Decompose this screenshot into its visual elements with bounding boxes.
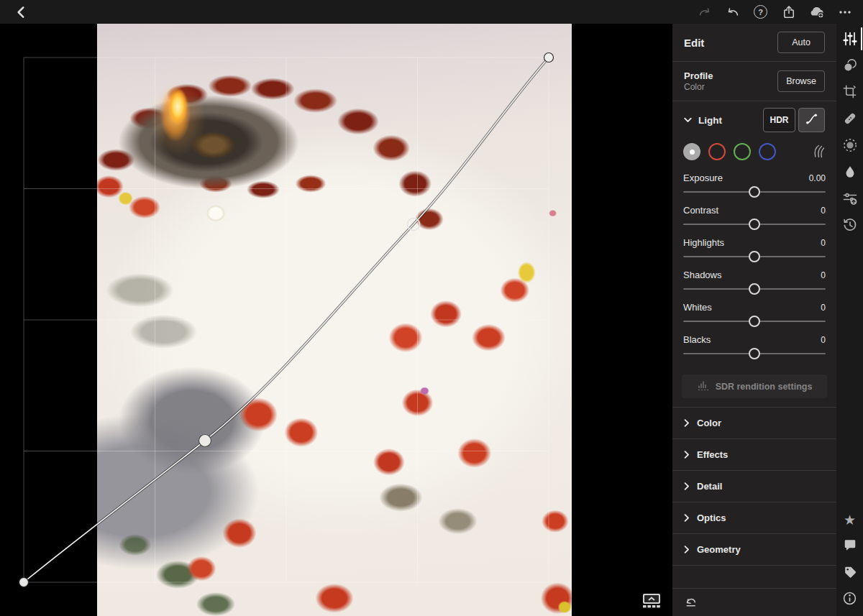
chevron-right-icon: [684, 451, 690, 459]
section-effects[interactable]: Effects: [672, 439, 836, 471]
profile-row: Profile Color Browse: [672, 62, 836, 101]
curve-icon: [805, 112, 818, 129]
lightroom-app: ?: [0, 0, 863, 616]
right-toolbar: ★: [836, 24, 863, 616]
exposure-slider-row: Exposure0.00: [672, 169, 836, 201]
tool-presets-button[interactable]: [836, 53, 863, 80]
masking-icon: [842, 137, 858, 156]
tool-versions-button[interactable]: [836, 186, 863, 213]
reset-button[interactable]: [684, 594, 698, 611]
tool-healing-button[interactable]: [836, 106, 863, 133]
cloud-add-icon: [808, 4, 826, 21]
section-label: Optics: [697, 512, 726, 523]
photo-canvas: [0, 24, 672, 616]
slider-label: Exposure: [683, 173, 723, 183]
blacks-slider-handle[interactable]: [749, 348, 760, 359]
info-icon: [842, 591, 857, 609]
slider-label: Contrast: [683, 205, 718, 216]
edit-panel-header: Edit Auto: [672, 24, 836, 62]
tool-crop-button[interactable]: [836, 80, 863, 106]
curve-channel-selector: [672, 139, 836, 165]
sdr-rendition-settings-button[interactable]: SDR rendition settings: [682, 374, 827, 398]
crop-icon: [842, 84, 857, 102]
curve-point-black[interactable]: [19, 578, 29, 587]
droplet-icon: [843, 165, 857, 182]
healing-brush-icon: [842, 111, 858, 129]
reset-icon: [684, 594, 698, 611]
section-optics[interactable]: Optics: [672, 502, 836, 534]
tone-curve-overlay[interactable]: [0, 24, 672, 616]
help-icon: ?: [754, 5, 767, 19]
redo-button[interactable]: [690, 0, 718, 24]
chevron-right-icon: [684, 546, 690, 553]
channel-blue-button[interactable]: [759, 143, 776, 160]
whites-slider-handle[interactable]: [749, 316, 760, 327]
presets-icon: [842, 58, 858, 76]
slider-value: 0: [821, 238, 826, 248]
help-button[interactable]: ?: [746, 0, 775, 24]
panel-title: Edit: [684, 37, 704, 49]
history-clock-icon: [842, 217, 858, 236]
tone-curve-button[interactable]: [798, 108, 825, 132]
slider-value: 0: [821, 303, 826, 313]
section-detail[interactable]: Detail: [672, 471, 836, 502]
section-geometry[interactable]: Geometry: [672, 534, 836, 566]
slider-value: 0: [821, 335, 826, 345]
exposure-slider-handle[interactable]: [749, 186, 760, 198]
profile-label: Profile: [684, 70, 713, 82]
tool-history-button[interactable]: [836, 213, 863, 239]
slider-value: 0: [821, 270, 826, 280]
rating-button[interactable]: ★: [836, 507, 863, 533]
contrast-slider-handle[interactable]: [749, 219, 760, 230]
keywords-button[interactable]: [836, 560, 863, 587]
toolbar-scroll-indicator[interactable]: [861, 27, 863, 50]
light-section-header[interactable]: Light HDR: [672, 101, 836, 139]
filmstrip-toggle-button[interactable]: [642, 592, 661, 610]
auto-button[interactable]: Auto: [777, 32, 825, 53]
more-options-button[interactable]: [831, 0, 859, 24]
chevron-down-icon: [684, 117, 692, 123]
whites-slider-row: Whites0: [672, 298, 836, 331]
share-button[interactable]: [775, 0, 803, 24]
section-label: Effects: [697, 449, 728, 460]
channel-red-button[interactable]: [708, 143, 726, 160]
star-icon: ★: [844, 513, 856, 527]
slider-value: 0.00: [809, 173, 826, 183]
shadows-slider-handle[interactable]: [749, 283, 760, 295]
tool-edit-button[interactable]: [836, 27, 863, 53]
tool-masking-button[interactable]: [836, 133, 863, 160]
slider-label: Whites: [683, 302, 712, 313]
cloud-sync-button[interactable]: [803, 0, 831, 24]
curve-point-selected[interactable]: [199, 435, 211, 447]
back-chevron-icon: [15, 6, 27, 19]
edit-sliders-icon: [842, 31, 858, 50]
highlights-slider-handle[interactable]: [749, 251, 760, 262]
comments-button[interactable]: [836, 533, 863, 560]
section-label: Color: [697, 418, 721, 428]
filmstrip-toggle-icon: [642, 599, 661, 612]
chevron-right-icon: [684, 482, 690, 490]
versions-icon: [842, 190, 858, 209]
undo-button[interactable]: [718, 0, 746, 24]
channel-luminance-button[interactable]: [683, 143, 700, 160]
highlights-slider-row: Highlights0: [672, 234, 836, 266]
hdr-button[interactable]: HDR: [763, 108, 795, 132]
chevron-right-icon: [684, 419, 690, 427]
edit-panel: Edit Auto Profile Color Browse Light HDR: [672, 24, 836, 616]
shadows-slider-row: Shadows0: [672, 266, 836, 298]
slider-label: Highlights: [683, 237, 724, 248]
share-icon: [781, 4, 797, 20]
info-button[interactable]: [836, 587, 863, 613]
undo-icon: [725, 4, 741, 20]
chevron-right-icon: [684, 514, 690, 522]
parametric-curve-icon[interactable]: [810, 144, 826, 160]
back-button[interactable]: [7, 0, 35, 24]
section-color[interactable]: Color: [672, 408, 836, 439]
tool-lens-blur-button[interactable]: [836, 160, 863, 186]
tone-curve-grid: [24, 58, 549, 582]
redo-icon: [697, 4, 713, 20]
channel-green-button[interactable]: [734, 143, 751, 160]
browse-button[interactable]: Browse: [777, 70, 825, 92]
curve-point-white[interactable]: [544, 53, 554, 63]
edit-panel-footer: [672, 588, 836, 616]
